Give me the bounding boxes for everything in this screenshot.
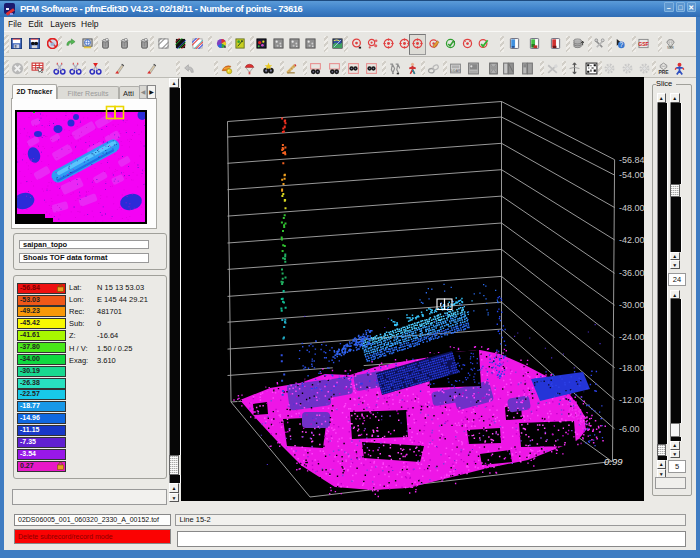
svg-text:PRE: PRE <box>658 69 669 75</box>
svg-text:NBR: NBR <box>667 45 674 48</box>
svg-text:0.99: 0.99 <box>604 456 623 467</box>
svg-text:-42.00: -42.00 <box>619 235 644 245</box>
svg-text:-54.00: -54.00 <box>619 170 644 180</box>
svg-text:GSF: GSF <box>638 40 649 46</box>
svg-text:-18.00: -18.00 <box>619 363 644 373</box>
svg-text:-48.00: -48.00 <box>619 203 644 213</box>
svg-text:-36.00: -36.00 <box>619 268 644 278</box>
svg-text:-56.84: -56.84 <box>619 155 644 165</box>
svg-text:LIDAR: LIDAR <box>451 69 461 73</box>
svg-text:-12.00: -12.00 <box>619 395 644 405</box>
svg-text:-6.00: -6.00 <box>619 424 640 434</box>
svg-text:-30.00: -30.00 <box>619 300 644 310</box>
svg-text:?: ? <box>620 41 624 48</box>
svg-text:-24.00: -24.00 <box>619 332 644 342</box>
